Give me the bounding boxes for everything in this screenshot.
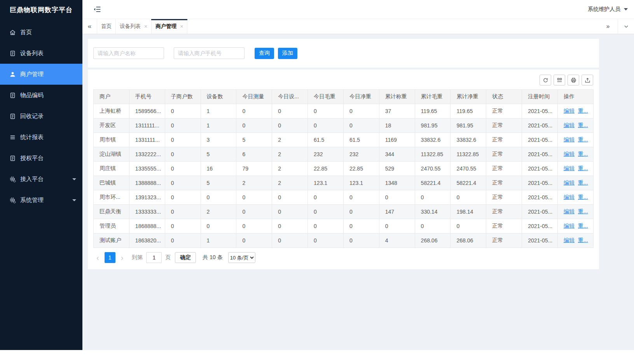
columns-button[interactable] <box>554 75 565 85</box>
reset-link[interactable]: 重... <box>578 179 588 186</box>
table-cell: 529 <box>379 162 415 176</box>
table-cell: 0 <box>272 233 308 248</box>
prev-page-icon[interactable]: ‹ <box>94 254 101 261</box>
table-cell: 6 <box>236 147 272 162</box>
edit-link[interactable]: 编辑 <box>564 165 575 171</box>
sidebar-item-authorized-platform[interactable]: 授权平台 <box>0 148 82 169</box>
table-row: 周庄镇1335555...01679222.8522.855292470.552… <box>94 162 594 176</box>
tab-device-list[interactable]: 设备列表× <box>116 19 152 34</box>
reset-link[interactable]: 重... <box>578 194 588 200</box>
edit-link[interactable]: 编辑 <box>564 179 575 186</box>
table-cell: 0 <box>308 118 344 133</box>
sidebar-item-recycle-records[interactable]: 回收记录 <box>0 106 82 127</box>
table-cell: 正常 <box>486 205 522 219</box>
table-cell: 1311111... <box>129 118 165 133</box>
edit-link[interactable]: 编辑 <box>564 108 575 114</box>
column-header-6: 今日毛重 <box>308 90 344 104</box>
sidebar-item-system-management[interactable]: 系统管理 <box>0 190 82 211</box>
tab-home[interactable]: 首页 <box>97 19 116 34</box>
table-cell: 2470.55 <box>451 162 486 176</box>
sidebar-collapse-icon[interactable] <box>93 5 101 13</box>
doc-icon <box>9 50 16 57</box>
table-cell: 2021-05... <box>522 176 558 190</box>
gear-icon <box>9 197 16 204</box>
reset-link[interactable]: 重... <box>578 223 588 229</box>
reset-link[interactable]: 重... <box>578 136 588 143</box>
edit-link[interactable]: 编辑 <box>564 208 575 214</box>
reset-link[interactable]: 重... <box>578 208 588 214</box>
table-cell: 981.95 <box>415 118 451 133</box>
table-cell: 232 <box>308 147 344 162</box>
actions-cell: 编辑重... <box>557 190 593 205</box>
sidebar-item-device-list[interactable]: 设备列表 <box>0 43 82 64</box>
close-icon[interactable]: × <box>144 23 147 30</box>
add-button[interactable]: 添加 <box>278 48 297 59</box>
edit-link[interactable]: 编辑 <box>564 194 575 200</box>
edit-link[interactable]: 编辑 <box>564 122 575 128</box>
column-header-10: 累计净重 <box>451 90 486 104</box>
sidebar-item-merchant-management[interactable]: 商户管理 <box>0 64 82 85</box>
tabs-menu-chevron-icon[interactable] <box>618 19 634 34</box>
table-cell: 1348 <box>379 176 415 190</box>
actions-cell: 编辑重... <box>557 205 593 219</box>
horizontal-scrollbar-track[interactable] <box>0 350 634 364</box>
table-row: 开发区1311111...01000018981.95981.95正常2021-… <box>94 118 594 133</box>
table-cell: 巴城镇 <box>94 176 129 190</box>
table-cell: 268.06 <box>415 233 451 248</box>
sidebar-item-item-code[interactable]: 物品编码 <box>0 85 82 106</box>
query-button[interactable]: 查询 <box>255 48 274 59</box>
table-cell: 3 <box>201 133 236 147</box>
refresh-button[interactable] <box>540 75 551 85</box>
edit-link[interactable]: 编辑 <box>564 223 575 229</box>
edit-link[interactable]: 编辑 <box>564 136 575 143</box>
caret-down-icon <box>72 178 76 180</box>
confirm-button[interactable]: 确定 <box>175 252 196 263</box>
reset-link[interactable]: 重... <box>578 237 588 243</box>
user-menu[interactable]: 系统维护人员 <box>588 6 628 13</box>
tabs-scroll-right-icon[interactable]: » <box>598 19 618 34</box>
table-cell: 0 <box>379 219 415 233</box>
tabs-scroll-left-icon[interactable]: « <box>82 19 97 34</box>
table-cell: 2 <box>272 176 308 190</box>
sidebar-item-home[interactable]: 首页 <box>0 22 82 43</box>
table-cell: 0 <box>308 219 344 233</box>
reset-link[interactable]: 重... <box>578 151 588 157</box>
table-cell: 管理员 <box>94 219 129 233</box>
reset-link[interactable]: 重... <box>578 165 588 171</box>
merchant-phone-input[interactable] <box>174 47 245 59</box>
table-cell: 2021-05... <box>522 162 558 176</box>
export-button[interactable] <box>582 75 593 85</box>
sidebar-item-label: 首页 <box>20 29 32 36</box>
print-button[interactable] <box>568 75 579 85</box>
column-header-8: 累计称重 <box>379 90 415 104</box>
close-icon[interactable]: × <box>180 23 183 30</box>
merchant-name-input[interactable] <box>93 47 164 59</box>
page-size-select[interactable]: 10 条/页 <box>228 252 255 263</box>
table-cell: 4 <box>379 233 415 248</box>
edit-link[interactable]: 编辑 <box>564 151 575 157</box>
table-cell: 0 <box>236 118 272 133</box>
table-cell: 0 <box>308 104 344 118</box>
table-cell: 测试账户 <box>94 233 129 248</box>
table-cell: 123.1 <box>308 176 344 190</box>
table-cell: 周市环... <box>94 190 129 205</box>
table-cell: 0 <box>343 205 379 219</box>
table-cell: 58221.4 <box>415 176 451 190</box>
goto-page-input[interactable] <box>146 252 162 263</box>
reset-link[interactable]: 重... <box>578 122 588 128</box>
sidebar-item-access-platform[interactable]: 接入平台 <box>0 169 82 190</box>
next-page-icon[interactable]: › <box>119 254 126 261</box>
table-cell: 正常 <box>486 147 522 162</box>
edit-link[interactable]: 编辑 <box>564 237 575 243</box>
tab-merchant-management[interactable]: 商户管理× <box>152 19 187 34</box>
table-cell: 1332222... <box>129 147 165 162</box>
table-cell: 232 <box>343 147 379 162</box>
table-cell: 0 <box>308 233 344 248</box>
reset-link[interactable]: 重... <box>578 108 588 114</box>
actions-cell: 编辑重... <box>557 147 593 162</box>
sidebar-item-statistics-report[interactable]: 统计报表 <box>0 127 82 148</box>
table-cell: 2470.55 <box>415 162 451 176</box>
content-area: 查询 添加 商户手机号子商户数设备数今日测量今日设...今日毛重今日净重累计称重… <box>82 34 634 350</box>
table-cell: 0 <box>272 190 308 205</box>
page-number-button[interactable]: 1 <box>105 252 115 263</box>
